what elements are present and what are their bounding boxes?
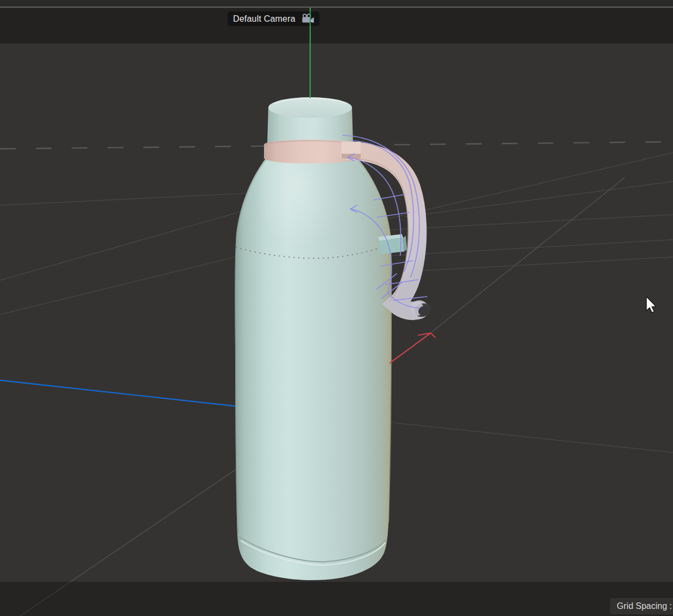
video-camera-icon	[301, 14, 315, 24]
grid-spacing-indicator: Grid Spacing :	[610, 598, 673, 614]
bottle-cap[interactable]	[267, 97, 353, 143]
app-window: Default Camera Grid Spacing :	[0, 0, 673, 616]
strap-keeper-block[interactable]	[378, 234, 407, 254]
viewport-canvas[interactable]	[0, 0, 673, 616]
grid-spacing-label: Grid Spacing :	[617, 601, 672, 611]
active-camera-label: Default Camera	[233, 14, 295, 24]
active-camera-selector[interactable]: Default Camera	[228, 11, 319, 26]
strap-anchor-plate	[342, 142, 361, 154]
bottom-bar	[0, 582, 673, 616]
